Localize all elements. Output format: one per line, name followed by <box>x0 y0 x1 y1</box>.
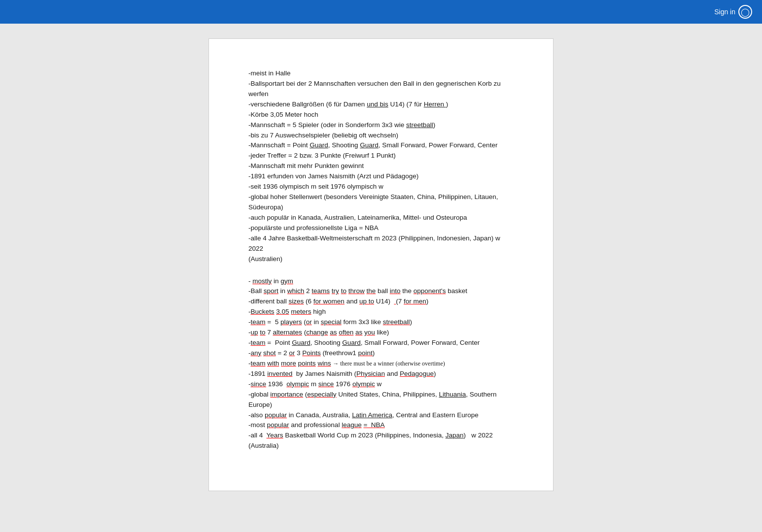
german-line-8: -jeder Treffer = 2 bzw. 3 Punkte (Freiwu… <box>248 151 514 161</box>
german-line-7: -Mannschaft = Point Guard, Shooting Guar… <box>248 140 514 151</box>
german-line-10: -1891 erfunden von James Naismith (Arzt … <box>248 171 514 182</box>
english-line-5: -team = 5 players (or in special form 3x… <box>248 317 514 328</box>
english-line-11: -since 1936 olympic m since 1976 olympic… <box>248 379 514 390</box>
german-line-13: -auch populär in Kanada, Australien, Lat… <box>248 213 514 223</box>
english-line-8: -any shot = 2 or 3 Points (freethrow1 po… <box>248 348 514 359</box>
document: -meist in Halle -Ballsportart bei der 2 … <box>208 38 554 491</box>
english-line-10: -1891 invented by James Naismith (Physic… <box>248 369 514 379</box>
german-line-14: -populärste und professionellste Liga = … <box>248 223 514 233</box>
english-line-4: -Buckets 3.05 meters high <box>248 307 514 317</box>
english-line-12: -global importance (especially United St… <box>248 390 514 410</box>
german-line-12: -global hoher Stellenwert (besonders Ver… <box>248 192 514 213</box>
english-line-3: -different ball sizes (6 for women and u… <box>248 297 514 307</box>
english-line-2: -Ball sport in which 2 teams try to thro… <box>248 286 514 297</box>
app-header: Sign in ◯ <box>0 0 762 24</box>
english-line-1: - mostly in gym <box>248 276 514 287</box>
english-line-14: -most popular and professional league = … <box>248 420 514 431</box>
german-line-1: -meist in Halle <box>248 68 514 79</box>
english-line-9: -team with more points wins → there must… <box>248 359 514 369</box>
sign-in-button[interactable]: Sign in ◯ <box>714 5 752 19</box>
english-section: - mostly in gym -Ball sport in which 2 t… <box>248 276 514 452</box>
english-line-7: -team = Point Guard, Shooting Guard, Sma… <box>248 338 514 348</box>
german-line-9: -Mannschaft mit mehr Punkten gewinnt <box>248 161 514 171</box>
german-line-16: (Australien) <box>248 254 514 265</box>
german-line-11: -seit 1936 olympisch m seit 1976 olympis… <box>248 182 514 192</box>
english-line-15: -all 4 Years Basketball World Cup m 2023… <box>248 431 514 451</box>
sign-in-label: Sign in <box>714 8 735 16</box>
german-line-15: -alle 4 Jahre Basketball-Weltmeisterscha… <box>248 233 514 254</box>
page-container: -meist in Halle -Ballsportart bei der 2 … <box>0 24 762 506</box>
german-section: -meist in Halle -Ballsportart bei der 2 … <box>248 68 514 265</box>
user-icon: ◯ <box>738 5 752 19</box>
section-break <box>248 268 514 276</box>
english-line-6: -up to 7 alternates (change as often as … <box>248 328 514 338</box>
german-line-5: -Mannschaft = 5 Spieler (oder in Sonderf… <box>248 120 514 131</box>
english-line-13: -also popular in Canada, Australia, Lati… <box>248 410 514 421</box>
german-line-2: -Ballsportart bei der 2 Mannschaften ver… <box>248 79 514 100</box>
german-line-3: -verschiedene Ballgrößen (6 für Damen un… <box>248 100 514 110</box>
german-line-6: -bis zu 7 Auswechselspieler (beliebig of… <box>248 131 514 141</box>
german-line-4: -Körbe 3,05 Meter hoch <box>248 110 514 120</box>
